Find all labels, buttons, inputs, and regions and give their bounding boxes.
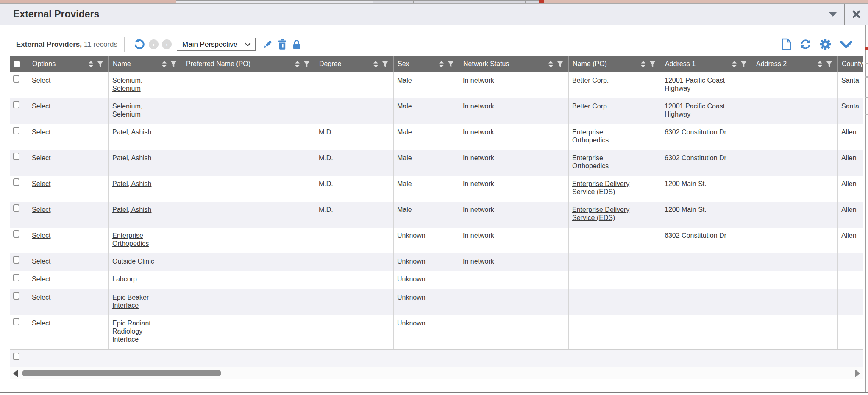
cell-options: Select	[28, 315, 109, 349]
scroll-left-arrow[interactable]	[13, 370, 18, 377]
select-link[interactable]: Select	[32, 258, 50, 265]
sort-icon[interactable]	[641, 61, 645, 67]
name_po-link[interactable]: Better Corp.	[572, 77, 609, 84]
name_po-link[interactable]: Better Corp.	[572, 103, 609, 110]
row-checkbox[interactable]	[13, 178, 19, 186]
row-checkbox[interactable]	[13, 318, 19, 325]
next-button[interactable]: ›	[162, 39, 172, 49]
sort-icon[interactable]	[439, 61, 444, 67]
sort-icon[interactable]	[295, 61, 300, 67]
column-label: County	[842, 60, 863, 68]
column-label: Options	[32, 60, 89, 68]
select-link[interactable]: Select	[32, 294, 50, 301]
new-record-button[interactable]	[781, 38, 792, 50]
select-link[interactable]: Select	[32, 232, 50, 239]
name_po-link[interactable]: Enterprise Delivery Service (EDS)	[572, 180, 629, 195]
row-checkbox[interactable]	[13, 153, 19, 160]
scrollbar-track[interactable]	[20, 370, 853, 377]
perspective-select[interactable]: Main Perspective	[177, 38, 256, 51]
refresh-button[interactable]	[799, 38, 812, 50]
row-checkbox[interactable]	[13, 75, 19, 83]
sort-icon[interactable]	[818, 61, 822, 67]
cell-name_po	[569, 289, 661, 315]
cell-name_po: Better Corp.	[569, 98, 661, 124]
cell-degree: M.D.	[315, 150, 394, 176]
sort-icon[interactable]	[548, 61, 553, 67]
previous-button[interactable]: ‹	[149, 39, 159, 49]
scrollbar-thumb[interactable]	[22, 370, 221, 376]
row-checkbox[interactable]	[13, 127, 19, 134]
cell-sex: Male	[394, 202, 459, 228]
column-header-name[interactable]: Name	[109, 56, 182, 72]
select-link[interactable]: Select	[32, 77, 50, 84]
close-dialog-button[interactable]	[844, 4, 868, 25]
empty-row-checkbox[interactable]	[13, 353, 19, 360]
select-link[interactable]: Select	[32, 320, 50, 327]
column-header-options[interactable]: Options	[28, 56, 109, 72]
cell-county: Santa	[838, 98, 863, 124]
filter-funnel-icon[interactable]	[557, 61, 563, 67]
name_po-link[interactable]: Enterprise Orthopedics	[572, 154, 609, 170]
column-header-sex[interactable]: Sex	[394, 56, 459, 72]
cell-degree	[315, 271, 394, 289]
row-checkbox[interactable]	[13, 101, 19, 108]
name-link[interactable]: Selenium, Selenium	[112, 77, 142, 92]
lock-perspective-button[interactable]	[292, 39, 302, 50]
select-all-checkbox[interactable]	[14, 61, 20, 67]
cell-name_po: Enterprise Delivery Service (EDS)	[569, 176, 661, 202]
name-link[interactable]: Outside Clinic	[112, 258, 154, 265]
delete-perspective-button[interactable]	[277, 39, 287, 50]
collapse-dialog-button[interactable]	[821, 4, 844, 25]
select-link[interactable]: Select	[32, 103, 50, 110]
name-link[interactable]: Epic Beaker Interface	[112, 294, 149, 309]
name-link[interactable]: Patel, Ashish	[112, 180, 152, 187]
sort-icon[interactable]	[89, 61, 93, 67]
settings-button[interactable]	[819, 38, 832, 50]
edit-perspective-button[interactable]	[262, 39, 273, 50]
row-checkbox[interactable]	[13, 256, 19, 264]
name-link[interactable]: Patel, Ashish	[112, 206, 152, 213]
filter-funnel-icon[interactable]	[170, 61, 177, 67]
column-header-address2[interactable]: Address 2	[752, 56, 838, 72]
collapse-toolbar-button[interactable]	[839, 39, 853, 50]
sort-icon[interactable]	[162, 61, 167, 67]
name_po-link[interactable]: Enterprise Orthopedics	[572, 128, 609, 144]
column-header-preferred_name[interactable]: Preferred Name (PO)	[182, 56, 315, 72]
filter-funnel-icon[interactable]	[448, 61, 454, 67]
filter-funnel-icon[interactable]	[649, 61, 656, 67]
filter-funnel-icon[interactable]	[97, 61, 103, 67]
name-link[interactable]: Patel, Ashish	[112, 128, 152, 136]
row-checkbox[interactable]	[13, 204, 19, 212]
name-link[interactable]: Enterprise Orthopedics	[112, 232, 149, 247]
name-link[interactable]: Epic Radiant Radiology Interface	[112, 320, 151, 343]
filter-funnel-icon[interactable]	[382, 61, 388, 67]
name-link[interactable]: Patel, Ashish	[112, 154, 152, 161]
sort-icon[interactable]	[732, 61, 737, 67]
column-header-name_po[interactable]: Name (PO)	[569, 56, 661, 72]
table-row: SelectSelenium, SeleniumMaleIn networkBe…	[10, 98, 863, 124]
row-checkbox[interactable]	[13, 230, 19, 238]
close-icon	[852, 10, 861, 19]
column-header-network_status[interactable]: Network Status	[459, 56, 569, 72]
row-checkbox[interactable]	[13, 292, 19, 300]
name-link[interactable]: Selenium, Selenium	[112, 103, 142, 118]
select-link[interactable]: Select	[32, 128, 50, 136]
sort-icon[interactable]	[373, 61, 378, 67]
select-link[interactable]: Select	[32, 180, 50, 187]
select-link[interactable]: Select	[32, 154, 50, 161]
column-header-degree[interactable]: Degree	[315, 56, 394, 72]
undo-button[interactable]	[134, 39, 145, 50]
cell-address1	[661, 271, 752, 289]
scroll-right-arrow[interactable]	[855, 370, 860, 377]
dialog-title: External Providers	[0, 8, 821, 20]
name-link[interactable]: Labcorp	[112, 275, 137, 283]
filter-funnel-icon[interactable]	[826, 61, 832, 67]
filter-funnel-icon[interactable]	[740, 61, 747, 67]
column-header-county[interactable]: County	[838, 56, 863, 72]
row-checkbox[interactable]	[13, 274, 19, 281]
select-link[interactable]: Select	[32, 275, 50, 283]
name_po-link[interactable]: Enterprise Delivery Service (EDS)	[572, 206, 629, 221]
filter-funnel-icon[interactable]	[303, 61, 310, 67]
column-header-address1[interactable]: Address 1	[661, 56, 752, 72]
select-link[interactable]: Select	[32, 206, 50, 213]
